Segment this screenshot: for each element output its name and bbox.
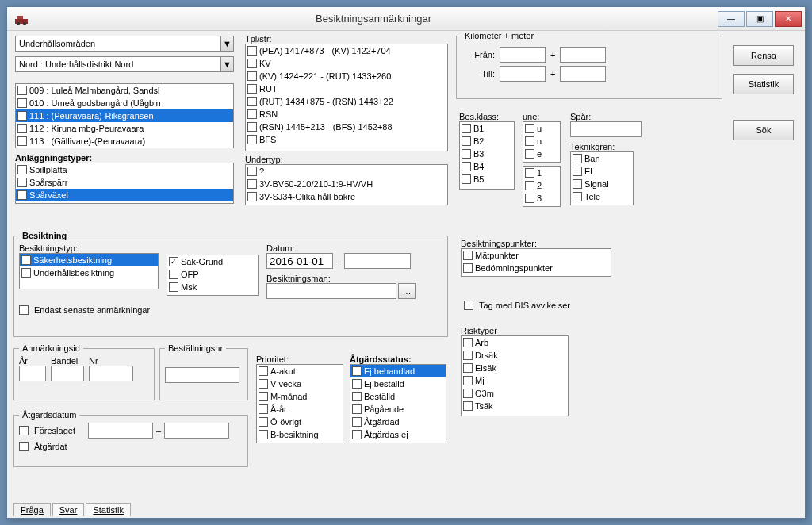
checkbox[interactable] (525, 181, 534, 190)
list-item[interactable]: Å-år (257, 403, 343, 416)
checkbox[interactable] (247, 179, 257, 189)
list-item[interactable]: B2 (460, 135, 514, 148)
datum-to-input[interactable] (344, 253, 411, 269)
minimize-button[interactable]: — (718, 11, 745, 27)
list-item[interactable]: Spillplatta (16, 163, 233, 176)
list-item[interactable]: O3m (462, 387, 568, 400)
checkbox[interactable] (463, 376, 473, 385)
list-item[interactable]: V-vecka (257, 377, 343, 390)
checkbox[interactable] (247, 59, 257, 68)
rensa-button[interactable]: Rensa (733, 45, 794, 66)
list-item[interactable]: Åtgärdas ej (350, 428, 446, 441)
foreslagt-from-input[interactable] (88, 423, 153, 439)
checkbox[interactable] (247, 71, 257, 81)
checkbox[interactable] (463, 263, 473, 273)
checkbox[interactable] (573, 179, 582, 189)
checkbox[interactable] (259, 404, 268, 414)
list-item[interactable]: RUT (246, 82, 447, 95)
besiktningsman-browse-button[interactable]: … (398, 283, 416, 299)
checkbox[interactable] (17, 136, 27, 146)
checkbox[interactable] (525, 124, 534, 133)
list-item[interactable]: ✓Spårväxel (16, 189, 233, 201)
checkbox[interactable] (17, 86, 27, 95)
checkbox[interactable] (259, 392, 268, 401)
list-item[interactable]: BFS (246, 133, 447, 146)
tab-statistik[interactable]: Statistik (86, 503, 131, 516)
fran-m-input[interactable] (560, 47, 606, 63)
list-item[interactable]: Tele (571, 190, 633, 203)
checkbox[interactable] (352, 404, 362, 414)
list-item[interactable]: Mj (462, 374, 568, 387)
tab-svar[interactable]: Svar (52, 503, 85, 516)
foreslagt-to-input[interactable] (164, 423, 229, 439)
checkbox[interactable] (17, 178, 27, 187)
checkbox[interactable] (259, 379, 268, 389)
list-item[interactable]: Ban (571, 152, 633, 165)
list-item[interactable]: ✓Säk-Grund (167, 255, 258, 268)
checkbox[interactable] (259, 417, 268, 427)
chevron-down-icon[interactable]: ▼ (220, 36, 233, 51)
statistik-button[interactable]: Statistik (733, 74, 794, 94)
atgardsstatus-list[interactable]: ✓Ej behandladEj beställdBeställdPågående… (350, 364, 446, 443)
close-button[interactable]: ✕ (775, 11, 802, 27)
list-item[interactable]: KV (246, 57, 447, 70)
list-item[interactable]: Spårspärr (16, 176, 233, 189)
list-item[interactable]: Ej beställd (350, 377, 446, 390)
atgardat-checkbox[interactable] (19, 442, 29, 451)
besklass-list[interactable]: B1B2B3B4B5 (459, 121, 515, 190)
list-item[interactable]: n (523, 135, 560, 148)
area-combo[interactable]: Underhållsområden ▼ (15, 36, 234, 52)
list-item[interactable]: (RSN) 1445+213 - (BFS) 1452+88 (246, 121, 447, 133)
checkbox[interactable] (259, 430, 268, 439)
list-item[interactable]: ✓Säkerhetsbesiktning (20, 254, 158, 266)
checkbox[interactable]: ✓ (169, 257, 178, 266)
checkbox[interactable] (247, 84, 257, 94)
list-item[interactable]: El (571, 165, 633, 178)
list-item[interactable]: Tsäk (462, 400, 568, 412)
list-item[interactable]: u (523, 122, 560, 135)
list-item[interactable]: B3 (460, 148, 514, 160)
checkbox[interactable] (17, 98, 27, 108)
list-item[interactable]: A-akut (257, 365, 343, 377)
checkbox[interactable] (247, 167, 257, 176)
ar-input[interactable] (19, 366, 46, 381)
checkbox[interactable] (463, 363, 473, 373)
checkbox[interactable] (573, 192, 582, 201)
list-item[interactable]: (PEA) 1417+873 - (KV) 1422+704 (246, 44, 447, 57)
list-item[interactable]: 112 : Kiruna mbg-Peuravaara (16, 122, 233, 135)
checkbox[interactable] (525, 136, 534, 146)
list-item[interactable]: M-månad (257, 390, 343, 403)
checkbox[interactable] (463, 338, 473, 347)
checkbox[interactable] (462, 174, 471, 184)
une-list-1[interactable]: une (523, 121, 561, 163)
checkbox[interactable] (352, 392, 362, 401)
bis-checkbox[interactable] (464, 301, 473, 310)
spar-input[interactable] (570, 121, 642, 137)
checkbox[interactable] (17, 165, 27, 174)
district-combo[interactable]: Nord : Underhållsdistrikt Nord ▼ (15, 56, 234, 72)
checkbox[interactable] (247, 97, 257, 106)
checkbox[interactable] (169, 270, 178, 279)
list-item[interactable]: Msk (167, 281, 258, 293)
risktyper-list[interactable]: ArbDrsäkElsäkMjO3mTsäk (461, 335, 569, 416)
fran-km-input[interactable] (500, 47, 546, 63)
list-item[interactable]: Mätpunkter (462, 249, 611, 262)
list-item[interactable]: Arb (462, 336, 568, 349)
list-item[interactable]: ✓111 : (Peuravaara)-Riksgränsen (16, 109, 233, 122)
une-list-2[interactable]: 123 (523, 166, 561, 207)
foreslagt-checkbox[interactable] (19, 426, 29, 435)
checkbox[interactable]: ✓ (21, 255, 31, 265)
besiktningstyp-list[interactable]: ✓SäkerhetsbesiktningUnderhållsbesiktning (19, 253, 159, 289)
checkbox[interactable] (247, 109, 257, 119)
checkbox[interactable] (463, 401, 473, 411)
list-item[interactable]: 113 : (Gällivare)-(Peuravaara) (16, 135, 233, 148)
list-item[interactable]: Bedömningspunkter (462, 262, 611, 274)
bestallningsnr-input[interactable] (165, 367, 239, 383)
list-item[interactable]: B5 (460, 173, 514, 186)
list-item[interactable]: 1 (523, 167, 560, 179)
list-item[interactable]: 009 : Luleå Malmbangård, Sandsl (16, 84, 233, 97)
list-item[interactable]: Åtgärdad (350, 416, 446, 428)
list-item[interactable]: B4 (460, 160, 514, 173)
checkbox[interactable] (525, 168, 534, 178)
list-item[interactable]: RSN (246, 108, 447, 121)
